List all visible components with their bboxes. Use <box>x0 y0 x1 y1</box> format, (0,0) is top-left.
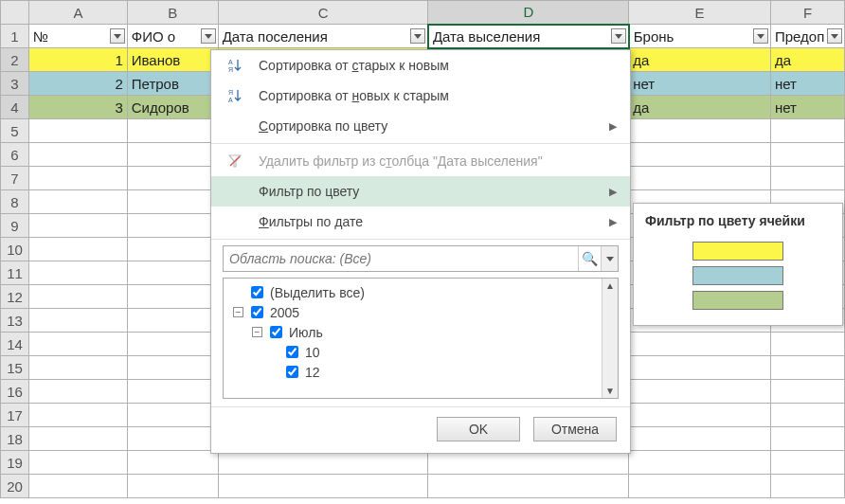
cell[interactable] <box>770 167 844 190</box>
sort-by-color-item[interactable]: Сортировка по цвету ▶ <box>211 111 630 141</box>
col-header-E[interactable]: E <box>629 1 771 25</box>
search-dropdown-button[interactable] <box>601 246 618 271</box>
cell[interactable] <box>28 261 127 285</box>
cell[interactable] <box>770 380 844 404</box>
col-header-B[interactable]: B <box>127 1 218 25</box>
cell[interactable] <box>127 167 218 190</box>
cell[interactable]: да <box>629 48 771 72</box>
row-header-16[interactable]: 16 <box>1 380 29 404</box>
sort-asc-item[interactable]: АЯ Сортировка от старых к новым <box>211 50 630 81</box>
cell[interactable] <box>770 404 844 427</box>
cell[interactable] <box>770 356 844 380</box>
row-header-3[interactable]: 3 <box>1 72 29 96</box>
cell[interactable] <box>28 214 127 238</box>
cell[interactable]: 2 <box>28 72 127 96</box>
cell[interactable] <box>127 356 218 380</box>
row-header-17[interactable]: 17 <box>1 404 29 427</box>
cell[interactable] <box>28 309 127 333</box>
cell[interactable] <box>127 214 218 238</box>
filter-button[interactable] <box>201 28 216 44</box>
row-header-6[interactable]: 6 <box>1 143 29 167</box>
cell[interactable] <box>770 451 844 475</box>
cell[interactable] <box>629 475 771 498</box>
row-header-8[interactable]: 8 <box>1 190 29 214</box>
cell[interactable] <box>127 404 218 427</box>
cell[interactable] <box>127 475 218 498</box>
corner-cell[interactable] <box>1 1 29 25</box>
cell[interactable] <box>28 404 127 427</box>
search-icon[interactable]: 🔍 <box>578 246 601 271</box>
cell[interactable] <box>127 427 218 451</box>
cancel-button[interactable]: Отмена <box>533 417 617 441</box>
cell[interactable]: да <box>770 48 844 72</box>
row-header-9[interactable]: 9 <box>1 214 29 238</box>
cell[interactable] <box>28 333 127 356</box>
filter-button[interactable] <box>110 28 125 44</box>
cell[interactable] <box>28 190 127 214</box>
cell[interactable] <box>127 119 218 143</box>
row-header-18[interactable]: 18 <box>1 427 29 451</box>
filter-button[interactable] <box>753 28 768 44</box>
cell[interactable]: нет <box>770 96 844 119</box>
row-header-14[interactable]: 14 <box>1 333 29 356</box>
cell[interactable]: 1 <box>28 48 127 72</box>
cell[interactable] <box>127 190 218 214</box>
cell[interactable] <box>629 380 771 404</box>
cell[interactable] <box>28 475 127 498</box>
cell[interactable] <box>28 427 127 451</box>
table-header-num[interactable]: № <box>28 25 127 48</box>
row-header-11[interactable]: 11 <box>1 261 29 285</box>
scroll-down-icon[interactable]: ▼ <box>605 384 615 398</box>
row-header-4[interactable]: 4 <box>1 96 29 119</box>
cell[interactable] <box>127 143 218 167</box>
checkbox[interactable] <box>270 326 282 338</box>
cell[interactable] <box>428 475 629 498</box>
filter-button[interactable] <box>827 28 842 44</box>
cell[interactable]: Иванов <box>127 48 218 72</box>
col-header-A[interactable]: A <box>28 1 127 25</box>
cell[interactable] <box>629 404 771 427</box>
cell[interactable] <box>629 333 771 356</box>
cell[interactable] <box>629 119 771 143</box>
scroll-up-icon[interactable]: ▲ <box>605 279 615 293</box>
tree-select-all[interactable]: (Выделить все) <box>225 282 616 302</box>
cell[interactable] <box>629 143 771 167</box>
row-header-1[interactable]: 1 <box>1 25 29 48</box>
cell[interactable]: нет <box>629 72 771 96</box>
tree-collapse-icon[interactable]: − <box>252 327 262 337</box>
cell[interactable] <box>770 119 844 143</box>
tree-month[interactable]: − Июль <box>225 322 616 342</box>
row-header-15[interactable]: 15 <box>1 356 29 380</box>
cell[interactable] <box>127 333 218 356</box>
ok-button[interactable]: OK <box>437 417 520 441</box>
filter-by-color-item[interactable]: Фильтр по цвету ▶ <box>211 176 630 207</box>
filter-button-active[interactable] <box>611 28 626 44</box>
cell[interactable]: нет <box>770 72 844 96</box>
sort-desc-item[interactable]: ЯА Сортировка от новых к старым <box>211 81 630 111</box>
row-header-7[interactable]: 7 <box>1 167 29 190</box>
cell[interactable] <box>127 238 218 261</box>
cell[interactable]: 3 <box>28 96 127 119</box>
scrollbar[interactable]: ▲ ▼ <box>602 279 618 398</box>
cell[interactable] <box>218 451 428 475</box>
table-header-predop[interactable]: Предоп <box>770 25 844 48</box>
checkbox[interactable] <box>286 346 298 358</box>
cell[interactable] <box>770 143 844 167</box>
cell[interactable] <box>28 356 127 380</box>
filter-button[interactable] <box>410 28 425 44</box>
col-header-F[interactable]: F <box>770 1 844 25</box>
cell[interactable] <box>28 451 127 475</box>
cell[interactable] <box>770 475 844 498</box>
checkbox[interactable] <box>251 286 263 298</box>
cell[interactable] <box>629 451 771 475</box>
cell[interactable] <box>127 285 218 309</box>
cell[interactable] <box>428 451 629 475</box>
checkbox[interactable] <box>286 366 298 378</box>
cell[interactable] <box>629 427 771 451</box>
row-header-20[interactable]: 20 <box>1 475 29 498</box>
search-input[interactable] <box>224 246 578 271</box>
cell[interactable] <box>28 380 127 404</box>
cell[interactable] <box>28 119 127 143</box>
cell[interactable]: Петров <box>127 72 218 96</box>
cell[interactable] <box>127 309 218 333</box>
